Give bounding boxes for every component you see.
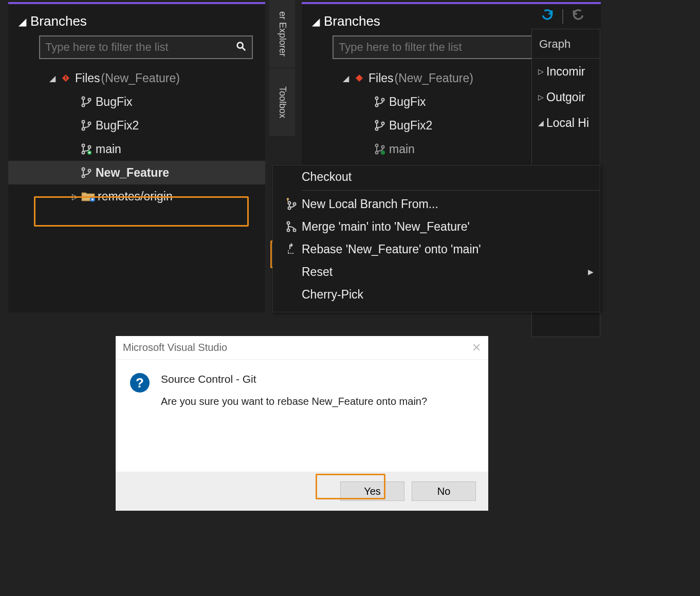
side-tab-label: Toolbox — [277, 86, 288, 118]
button-label: No — [437, 486, 451, 497]
confirm-dialog: Microsoft Visual Studio ✕ ? Source Contr… — [116, 336, 488, 511]
repo-label: Files — [73, 71, 100, 85]
menu-merge[interactable]: Merge 'main' into 'New_Feature' — [273, 215, 600, 238]
branch-label: BugFix2 — [387, 119, 432, 133]
side-tab-label: er Explorer — [277, 11, 288, 57]
svg-point-26 — [376, 128, 378, 131]
branch-row-current[interactable]: New_Feature — [8, 161, 265, 184]
branch-row[interactable]: BugFix2 — [8, 114, 265, 137]
side-tab-toolbox[interactable]: Toolbox — [269, 68, 295, 137]
svg-point-24 — [382, 99, 384, 101]
remotes-label: remotes/origin — [96, 190, 173, 203]
svg-point-6 — [82, 104, 85, 107]
svg-point-15 — [82, 168, 85, 171]
svg-point-8 — [82, 121, 85, 123]
search-icon[interactable] — [235, 41, 247, 54]
graph-section-local-history[interactable]: ◢Local Hi — [532, 110, 600, 136]
graph-label: Local Hi — [546, 116, 589, 130]
menu-checkout[interactable]: Checkout — [273, 165, 600, 188]
dialog-button-bar: Yes No — [116, 472, 488, 511]
svg-point-37 — [293, 229, 296, 232]
svg-rect-21 — [356, 74, 363, 82]
collapse-caret-icon: ◢ — [535, 119, 546, 127]
remotes-row[interactable]: ▷ remotes/origin — [8, 184, 265, 208]
dialog-heading: Source Control - Git — [161, 373, 427, 385]
branch-label: BugFix — [387, 95, 426, 109]
svg-point-28 — [376, 144, 378, 147]
branch-icon — [373, 119, 387, 132]
branch-icon — [373, 96, 387, 108]
side-tab-explorer[interactable]: er Explorer — [269, 0, 295, 68]
menu-label: Cherry-Pick — [302, 288, 363, 302]
svg-point-23 — [376, 104, 378, 107]
svg-point-11 — [82, 144, 85, 147]
merge-icon — [281, 220, 302, 233]
expand-caret-right-icon: ▷ — [535, 93, 546, 101]
svg-point-27 — [382, 122, 384, 125]
dialog-titlebar: Microsoft Visual Studio ✕ — [116, 336, 488, 360]
panel-title-text: Branches — [30, 13, 87, 29]
expand-caret-right-icon: ▷ — [69, 192, 81, 201]
graph-section-incoming[interactable]: ▷Incomir — [532, 59, 600, 84]
svg-point-10 — [88, 122, 91, 125]
fetch-button[interactable] — [572, 8, 585, 25]
branch-label: main — [387, 142, 415, 156]
menu-separator — [302, 190, 600, 191]
svg-point-36 — [287, 229, 290, 232]
close-icon[interactable]: ✕ — [472, 341, 481, 355]
branch-icon — [79, 166, 94, 179]
branch-tracked-icon — [373, 143, 387, 155]
svg-point-9 — [82, 128, 85, 131]
no-button[interactable]: No — [412, 481, 476, 501]
filter-input[interactable] — [45, 41, 235, 54]
svg-point-7 — [88, 99, 91, 101]
graph-section-outgoing[interactable]: ▷Outgoir — [532, 84, 600, 110]
git-toolbar — [531, 2, 600, 29]
branch-icon — [79, 96, 94, 108]
toolbar-separator — [562, 9, 563, 24]
menu-label: Reset — [302, 265, 333, 279]
dialog-message: Are you sure you want to rebase New_Feat… — [161, 396, 427, 407]
svg-point-30 — [382, 146, 384, 148]
svg-point-29 — [376, 152, 378, 154]
panel-title-text: Branches — [324, 13, 380, 29]
expand-caret-right-icon: ▷ — [535, 67, 546, 76]
collapse-caret-icon: ◢ — [19, 15, 26, 28]
svg-point-0 — [237, 43, 243, 48]
svg-point-31 — [381, 151, 385, 155]
new-branch-icon — [281, 198, 302, 210]
branch-row[interactable]: BugFix — [8, 90, 265, 114]
svg-point-35 — [287, 222, 290, 225]
menu-rebase[interactable]: Rebase 'New_Feature' onto 'main' — [273, 238, 600, 260]
expand-caret-icon: ◢ — [46, 73, 59, 83]
menu-new-branch[interactable]: New Local Branch From... — [273, 193, 600, 215]
graph-label: Incomir — [546, 65, 585, 79]
menu-label: Merge 'main' into 'New_Feature' — [302, 220, 470, 234]
menu-label: New Local Branch From... — [302, 197, 438, 211]
refresh-button[interactable] — [541, 8, 554, 25]
repo-row[interactable]: ◢ Files (New_Feature) — [8, 66, 265, 90]
svg-point-5 — [82, 97, 85, 100]
branch-icon — [79, 119, 94, 132]
svg-point-22 — [376, 97, 378, 100]
svg-point-33 — [288, 207, 291, 210]
collapse-caret-icon: ◢ — [312, 15, 320, 28]
svg-point-16 — [82, 175, 85, 178]
menu-cherry-pick[interactable]: Cherry-Pick — [273, 283, 600, 306]
filter-input-wrap — [39, 35, 253, 59]
menu-label: Checkout — [302, 170, 352, 184]
branches-panel-left: ◢ Branches ◢ Files (New_Feature) BugFix — [8, 2, 265, 312]
svg-point-13 — [88, 146, 91, 148]
graph-label: Outgoir — [546, 90, 585, 104]
branch-context-menu: Checkout New Local Branch From... Merge … — [272, 165, 600, 312]
repo-label: Files — [366, 71, 394, 85]
yes-button[interactable]: Yes — [340, 481, 404, 501]
remote-folder-icon — [81, 191, 96, 202]
menu-reset[interactable]: Reset▶ — [273, 260, 600, 283]
submenu-arrow-icon: ▶ — [588, 268, 594, 276]
svg-point-17 — [88, 170, 91, 172]
branch-row-tracked[interactable]: main — [8, 137, 265, 161]
dialog-title-text: Microsoft Visual Studio — [123, 342, 227, 353]
branch-label: BugFix — [94, 95, 133, 109]
panel-title[interactable]: ◢ Branches — [8, 4, 265, 35]
